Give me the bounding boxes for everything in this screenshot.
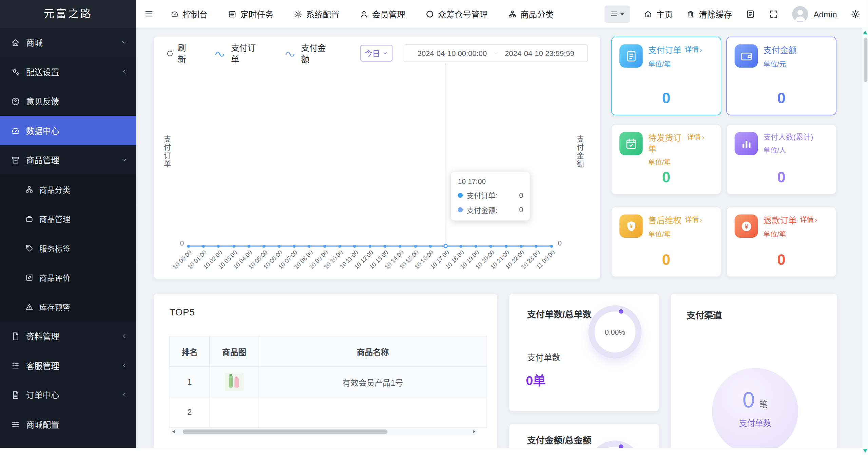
home-icon (644, 10, 652, 18)
sidebar-item-customer-service[interactable]: 客服管理 (0, 351, 136, 380)
page-horizontal-scrollbar[interactable] (0, 448, 862, 455)
stat-card-refund-orders: ¥ 退款订单 详情› 单位/笔 0 (726, 207, 836, 277)
sidebar-item-label: 配送设置 (26, 66, 59, 77)
scrollbar-thumb[interactable] (183, 430, 388, 434)
tag-icon (25, 244, 33, 252)
series-point (277, 245, 280, 248)
sidebar-item-delivery-settings[interactable]: 配送设置 (0, 57, 136, 86)
legend-label: 支付订单 (231, 41, 263, 65)
nav-item-product-category[interactable]: 商品分类 (508, 8, 554, 20)
period-select[interactable]: 今日 (360, 45, 393, 61)
series-point (399, 245, 401, 248)
user-menu[interactable]: Admin (792, 6, 837, 22)
detail-link[interactable]: 详情› (800, 216, 817, 225)
document-icon[interactable] (746, 9, 755, 19)
sidebar-item-feedback[interactable]: 意见反馈 (0, 87, 136, 116)
stat-label: 支付单数 (527, 351, 560, 363)
card-title: 支付金额 (764, 45, 797, 56)
date-start: 2024-04-10 00:00:00 (418, 49, 487, 57)
avatar (792, 6, 808, 22)
series-point (232, 245, 235, 248)
nav-item-scheduled-tasks[interactable]: 定时任务 (228, 8, 273, 20)
panel-title: 支付金额/总金额 (527, 433, 592, 446)
donut-marker-icon (619, 309, 623, 314)
nav-item-label: 众筹仓号管理 (438, 8, 488, 20)
payment-chart-panel: 刷新 支付订单 支付金额 今日 2024-04-10 00:00:00 - 20… (154, 37, 600, 279)
detail-link[interactable]: 详情› (687, 133, 704, 142)
stat-card-pending-delivery: 待发货订单 详情› 单位/笔 0 (611, 124, 721, 195)
sitemap-icon (508, 10, 516, 18)
scroll-right-arrow-icon[interactable] (473, 430, 476, 433)
tooltip-label: 支付订单: (467, 190, 498, 201)
series-line-dots (154, 245, 600, 248)
sidebar-item-mall[interactable]: 商城 (0, 28, 136, 57)
user-icon (360, 10, 368, 18)
product-image[interactable] (225, 372, 244, 391)
chart-hover-dot (443, 244, 448, 248)
sidebar-item-label: 数据中心 (26, 125, 59, 136)
card-value: 0 (777, 90, 786, 107)
series-dot-icon (458, 207, 463, 212)
detail-link[interactable]: 详情› (685, 46, 702, 55)
nav-item-console[interactable]: 控制台 (171, 8, 208, 20)
nav-item-system-config[interactable]: 系统配置 (294, 8, 340, 20)
scroll-down-arrow-icon[interactable] (863, 449, 867, 453)
fullscreen-icon[interactable] (769, 9, 779, 19)
sliders-icon (11, 420, 20, 429)
y-axis-title-left: 支付订单 (162, 135, 172, 168)
card-unit: 单位/人 (764, 144, 813, 155)
date-separator: - (495, 49, 497, 57)
sidebar-item-product-reviews[interactable]: 商品评价 (0, 263, 136, 292)
sidebar-item-materials[interactable]: 资料管理 (0, 322, 136, 351)
nav-item-crowdfunding[interactable]: 众筹仓号管理 (426, 8, 488, 20)
legend-pay-orders[interactable]: 支付订单 (216, 41, 263, 65)
wallet-icon (735, 44, 758, 68)
series-point (520, 245, 522, 248)
date-end: 2024-04-10 23:59:59 (505, 49, 574, 57)
series-point (338, 245, 341, 248)
legend-pay-amount[interactable]: 支付金额 (286, 41, 332, 65)
card-title: 售后维权 (648, 215, 681, 226)
scroll-left-arrow-icon[interactable] (172, 430, 175, 433)
date-range-input[interactable]: 2024-04-10 00:00:00 - 2024-04-10 23:59:5… (404, 44, 588, 62)
sidebar-item-mall-config[interactable]: 商城配置 (0, 410, 136, 439)
column-header: 商品名称 (259, 336, 487, 367)
sidebar-item-data-center[interactable]: 数据中心 (0, 116, 136, 145)
file-text-icon (11, 390, 20, 399)
page-vertical-scrollbar[interactable] (862, 28, 868, 455)
scroll-up-arrow-icon[interactable] (863, 31, 867, 34)
nav-item-member-management[interactable]: 会员管理 (360, 8, 405, 20)
scrollbar-thumb[interactable] (863, 38, 867, 82)
rank-cell: 2 (170, 397, 210, 427)
chart-hover-line (445, 63, 446, 246)
sidebar-item-product-list[interactable]: 商品管理 (0, 204, 136, 233)
nav-item-home[interactable]: 主页 (644, 8, 673, 20)
stat-value: 0单 (526, 370, 545, 389)
sidebar-item-service-tags[interactable]: 服务标签 (0, 233, 136, 262)
sidebar-item-label: 商城 (26, 37, 43, 48)
sidebar-item-label: 意见反馈 (26, 95, 59, 107)
nav-item-clear-cache[interactable]: 清除缓存 (687, 8, 732, 20)
briefcase-icon (25, 215, 33, 222)
svg-text:¥: ¥ (630, 223, 633, 229)
detail-link[interactable]: 详情› (685, 216, 702, 225)
sidebar-item-order-center[interactable]: 订单中心 (0, 380, 136, 410)
card-value: 0 (777, 169, 786, 186)
series-point (293, 245, 295, 248)
sidebar-item-stock-alert[interactable]: 库存预警 (0, 292, 136, 321)
settings-gear-icon[interactable] (851, 9, 860, 19)
sidebar-item-label: 商品管理 (26, 154, 59, 166)
sidebar: 元富之路 商城 配送设置 意见反馈 数据中心 商品管理 商品分类 (0, 0, 136, 455)
sidebar-item-product-category[interactable]: 商品分类 (0, 175, 136, 204)
hamburger-menu-icon[interactable] (144, 10, 154, 18)
sidebar-item-label: 商品管理 (39, 213, 70, 224)
horizontal-scrollbar[interactable] (171, 429, 477, 435)
sidebar-item-label: 商品评价 (39, 272, 70, 283)
series-point (308, 245, 311, 248)
menu-dropdown-button[interactable] (605, 5, 630, 23)
series-point (247, 245, 250, 248)
refresh-button[interactable]: 刷新 (166, 41, 194, 65)
top5-table: 排名 商品图 商品名称 1 有效会员产品1号 2 (169, 336, 487, 428)
sidebar-item-product-management[interactable]: 商品管理 (0, 145, 136, 175)
card-unit: 单位/笔 (648, 156, 704, 167)
